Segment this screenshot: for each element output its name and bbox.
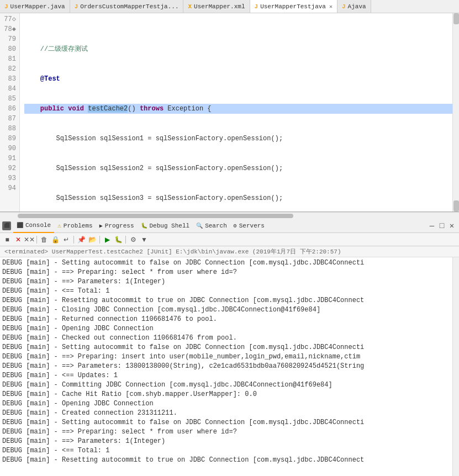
line-num-84: 84 <box>3 84 16 94</box>
tab-label-usermappertest: UserMapperTestjava <box>260 3 326 10</box>
tab-usermapperxml[interactable]: X UserMapper.xml <box>183 0 250 13</box>
console-line-0: DEBUG [main] - Setting autocommit to fal… <box>2 258 450 268</box>
run-btn[interactable]: ▶ <box>102 235 112 245</box>
h-scrollbar-thumb <box>18 214 293 218</box>
line-num-78: 78◆ <box>3 24 16 34</box>
console-output-area[interactable]: DEBUG [main] - Setting autocommit to fal… <box>0 257 452 476</box>
console-minimize-btn[interactable]: — <box>427 221 437 231</box>
scroll-lock-btn[interactable]: 🔒 <box>50 235 60 245</box>
progress-tab-label: Progress <box>105 223 134 229</box>
properties-btn[interactable]: ⚙ <box>128 235 138 245</box>
line-num-83: 83 <box>3 74 16 84</box>
pin-console-btn[interactable]: 📌 <box>76 235 86 245</box>
tab-label-usermapper: UserMapper.java <box>10 3 65 10</box>
scrollbar-thumb-down <box>453 200 459 211</box>
console-line-5: DEBUG [main] - Closing JDBC Connection [… <box>2 305 450 315</box>
console-line-17: DEBUG [main] - Setting autocommit to fal… <box>2 418 450 427</box>
console-line-16: DEBUG [main] - Created connection 231311… <box>2 409 450 418</box>
console-close-btn[interactable]: ✕ <box>447 221 457 231</box>
console-line-13: DEBUG [main] - Committing JDBC Connectio… <box>2 380 450 390</box>
toolbar-sep-3 <box>99 236 100 244</box>
tab-icon-usermappertest: J <box>255 3 258 10</box>
progress-tab-icon: ▶ <box>99 223 103 229</box>
code-line-79: SqlSession sqlSession1 = sqlSessionFacto… <box>24 134 452 144</box>
tab-orderscustom[interactable]: J OrdersCustomMapperTestja... <box>70 0 184 13</box>
tab-ajava[interactable]: J Ajava <box>337 0 371 13</box>
console-tab-icon: ⬛ <box>17 222 23 229</box>
console-vertical-scrollbar[interactable] <box>452 257 459 476</box>
stop-btn[interactable]: ■ <box>2 235 12 245</box>
view-menu-btn[interactable]: ▼ <box>139 235 149 245</box>
console-line-4: DEBUG [main] - Resetting autocommit to t… <box>2 296 450 305</box>
console-line-3: DEBUG [main] - <== Total: 1 <box>2 287 450 296</box>
tab-servers[interactable]: ⚙ Servers <box>230 219 268 233</box>
editor-vertical-scrollbar[interactable] <box>452 13 459 211</box>
console-line-19: DEBUG [main] - ==> Parameters: 1(Integer… <box>2 437 450 446</box>
console-line-11: DEBUG [main] - ==> Parameters: 138001380… <box>2 362 450 371</box>
tab-label-ajava: Ajava <box>348 3 366 10</box>
tab-problems[interactable]: ⚠ Problems <box>54 219 96 233</box>
code-editor: 77◇ 78◆ 79 80 81 82 83 84 85 86 87 88 89… <box>0 13 459 212</box>
code-line-80: SqlSession sqlSession2 = sqlSessionFacto… <box>24 163 452 173</box>
terminate-btn[interactable]: ✕ <box>13 235 23 245</box>
tab-usermapper[interactable]: J UserMapper.java <box>0 0 70 13</box>
line-num-79: 79 <box>3 34 16 44</box>
tab-progress[interactable]: ▶ Progress <box>96 219 138 233</box>
tab-search[interactable]: 🔍 Search <box>193 219 230 233</box>
line-num-94: 94 <box>3 183 16 193</box>
open-console-btn[interactable]: 📂 <box>87 235 97 245</box>
tab-icon-orderscustom: J <box>75 3 78 10</box>
console-line-9: DEBUG [main] - Setting autocommit to fal… <box>2 343 450 352</box>
console-line-21: DEBUG [main] - Resetting autocommit to t… <box>2 456 450 465</box>
code-line-77: @Test <box>24 74 452 84</box>
tab-console[interactable]: ⬛ Console <box>13 219 54 233</box>
code-line-81: SqlSession sqlSession3 = sqlSessionFacto… <box>24 193 452 203</box>
console-line-10: DEBUG [main] - ==> Preparing: insert int… <box>2 352 450 362</box>
tab-debug-shell[interactable]: 🐛 Debug Shell <box>138 219 193 233</box>
line-num-85: 85 <box>3 94 16 104</box>
scrollbar-thumb-up <box>453 13 459 24</box>
tab-label-orderscustom: OrdersCustomMapperTestja... <box>80 3 178 10</box>
problems-tab-label: Problems <box>64 223 93 229</box>
tab-icon-ajava: J <box>342 3 346 10</box>
console-tab-bar: ⬛ ⬛ Console ⚠ Problems ▶ Progress 🐛 Debu… <box>0 219 459 233</box>
tab-close-usermappertest[interactable]: ✕ <box>329 3 333 10</box>
toolbar-sep-4 <box>125 236 126 244</box>
remove-launch-btn[interactable]: ✕✕ <box>24 235 34 245</box>
console-status-text: <terminated> UserMapperTest.testCache2 [… <box>4 248 341 255</box>
debug-btn[interactable]: 🐛 <box>113 235 123 245</box>
line-num-80: 80 <box>3 44 16 54</box>
clear-console-btn[interactable]: 🗑 <box>39 235 49 245</box>
console-line-8: DEBUG [main] - Checked out connection 11… <box>2 334 450 343</box>
word-wrap-btn[interactable]: ↵ <box>61 235 71 245</box>
console-tab-label: Console <box>25 222 51 229</box>
line-num-91: 91 <box>3 154 16 163</box>
line-num-92: 92 <box>3 163 16 173</box>
console-line-6: DEBUG [main] - Returned connection 11066… <box>2 315 450 324</box>
line-num-89: 89 <box>3 134 16 144</box>
servers-tab-icon: ⚙ <box>234 223 237 229</box>
console-maximize-btn[interactable]: □ <box>437 221 447 231</box>
console-panel: ⬛ ⬛ Console ⚠ Problems ▶ Progress 🐛 Debu… <box>0 219 459 476</box>
servers-tab-label: Servers <box>239 223 265 229</box>
tab-label-usermapperxml: UserMapper.xml <box>194 3 245 10</box>
line-num-88: 88 <box>3 124 16 134</box>
code-line-78: public void testCache2() throws Exceptio… <box>24 104 452 114</box>
line-num-77: 77◇ <box>3 14 16 24</box>
line-num-87: 87 <box>3 114 16 124</box>
editor-horizontal-scrollbar[interactable] <box>0 212 459 219</box>
tab-icon-usermapperxml: X <box>188 3 192 10</box>
line-numbers: 77◇ 78◆ 79 80 81 82 83 84 85 86 87 88 89… <box>0 13 20 211</box>
console-toolbar: ■ ✕ ✕✕ 🗑 🔒 ↵ 📌 📂 ▶ 🐛 ⚙ ▼ <box>0 233 459 246</box>
console-output-wrapper: DEBUG [main] - Setting autocommit to fal… <box>0 257 459 476</box>
line-num-93: 93 <box>3 173 16 183</box>
code-line-comment: //二级缓存测试 <box>24 44 452 54</box>
line-num-81: 81 <box>3 54 16 64</box>
tab-icon-usermapper: J <box>4 3 8 10</box>
console-line-12: DEBUG [main] - <== Updates: 1 <box>2 371 450 380</box>
tab-usermappertest[interactable]: J UserMapperTestjava ✕ <box>250 0 337 13</box>
toolbar-sep-2 <box>73 236 74 244</box>
line-num-82: 82 <box>3 64 16 74</box>
code-content-area[interactable]: //二级缓存测试 @Test public void testCache2() … <box>20 13 452 211</box>
search-tab-icon: 🔍 <box>196 223 203 229</box>
